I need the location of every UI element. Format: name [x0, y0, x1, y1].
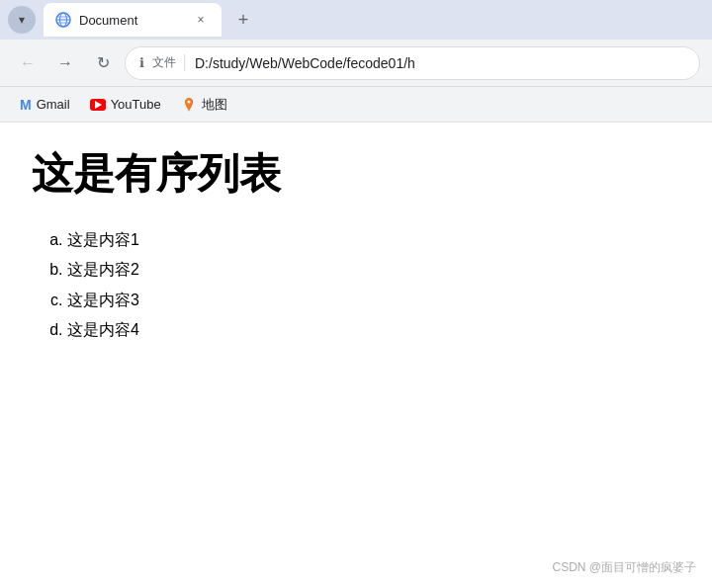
bookmark-gmail-label: Gmail	[37, 97, 70, 112]
list-item: 这是内容2	[67, 255, 680, 285]
maps-icon	[181, 97, 197, 113]
bookmark-maps[interactable]: 地图	[173, 92, 235, 118]
bookmark-gmail[interactable]: M Gmail	[12, 93, 78, 117]
tab-favicon-icon	[55, 12, 71, 28]
bookmark-youtube-label: YouTube	[111, 97, 161, 112]
bookmark-youtube[interactable]: YouTube	[82, 93, 169, 116]
reload-button[interactable]: ↻	[87, 47, 119, 79]
list-item: 这是内容1	[67, 225, 680, 255]
page-content: 这是有序列表 这是内容1 这是内容2 这是内容3 这是内容4 CSDN @面目可…	[0, 123, 712, 588]
svg-point-5	[187, 100, 190, 103]
new-tab-button[interactable]: +	[229, 6, 257, 34]
address-bar[interactable]: ℹ 文件 D:/study/Web/WebCode/fecode01/h	[125, 46, 700, 80]
tab-title: Document	[79, 13, 184, 28]
watermark: CSDN @面目可憎的疯婆子	[552, 559, 696, 576]
forward-button[interactable]: →	[49, 47, 81, 79]
list-item: 这是内容3	[67, 286, 680, 315]
page-title: 这是有序列表	[32, 146, 680, 202]
tab-close-button[interactable]: ×	[192, 11, 210, 29]
active-tab[interactable]: Document ×	[44, 3, 222, 37]
list-item: 这是内容4	[67, 315, 680, 345]
address-url-text: D:/study/Web/WebCode/fecode01/h	[195, 55, 415, 71]
bookmarks-bar: M Gmail YouTube 地图	[0, 87, 712, 123]
back-button[interactable]: ←	[12, 47, 44, 79]
ordered-list: 这是内容1 这是内容2 这是内容3 这是内容4	[32, 225, 680, 346]
tab-dropdown-button[interactable]: ▾	[8, 6, 36, 34]
youtube-icon	[90, 99, 106, 111]
address-info-icon: ℹ	[139, 55, 144, 70]
gmail-icon: M	[20, 97, 32, 113]
nav-bar: ← → ↻ ℹ 文件 D:/study/Web/WebCode/fecode01…	[0, 40, 712, 87]
address-file-label: 文件	[152, 54, 185, 71]
title-bar: ▾ Document × +	[0, 0, 712, 40]
bookmark-maps-label: 地图	[202, 96, 227, 114]
